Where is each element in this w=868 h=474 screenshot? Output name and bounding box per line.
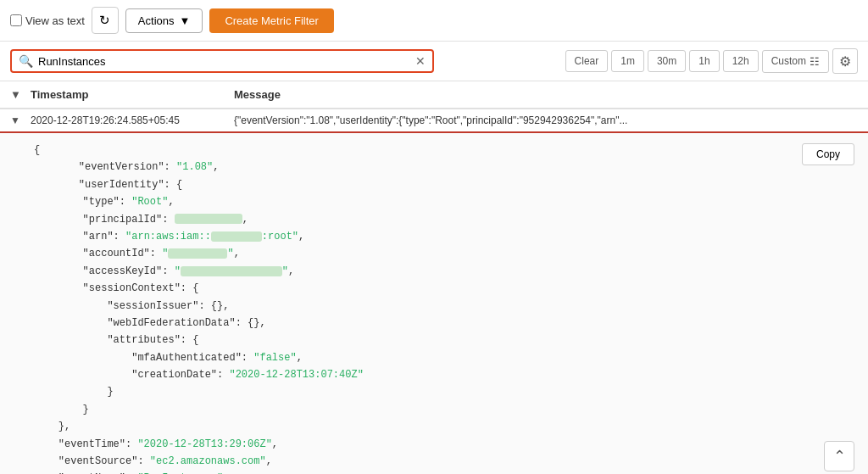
scroll-to-top-button[interactable]: ⌃	[824, 441, 854, 471]
json-content: { "eventVersion": "1.08", "userIdentity"…	[34, 142, 834, 474]
log-detail: Copy { "eventVersion": "1.08", "userIden…	[0, 133, 868, 474]
copy-button[interactable]: Copy	[802, 143, 854, 165]
12h-button[interactable]: 12h	[723, 50, 759, 72]
view-as-text-label[interactable]: View as text	[10, 14, 85, 27]
grid-icon: ☷	[810, 55, 820, 68]
log-row-summary[interactable]: ▼ 2020-12-28T19:26:24.585+05:45 {"eventV…	[0, 109, 868, 133]
message-header: Message	[234, 88, 281, 101]
custom-label: Custom	[771, 55, 806, 67]
actions-button[interactable]: Actions ▼	[125, 8, 203, 33]
create-metric-filter-button[interactable]: Create Metric Filter	[209, 8, 334, 33]
sort-toggle[interactable]: ▼	[10, 88, 31, 101]
expand-arrow[interactable]: ▼	[10, 114, 31, 126]
search-input-wrap: 🔍 ✕	[10, 49, 434, 73]
30m-button[interactable]: 30m	[648, 50, 686, 72]
chevron-down-icon: ▼	[180, 14, 191, 27]
gear-icon: ⚙	[839, 53, 851, 70]
timestamp-header: Timestamp	[31, 88, 234, 101]
view-as-text-checkbox[interactable]	[10, 14, 22, 26]
table-header: ▼ Timestamp Message	[0, 81, 868, 109]
1h-button[interactable]: 1h	[689, 50, 719, 72]
actions-label: Actions	[138, 14, 175, 27]
view-as-text-text: View as text	[25, 14, 85, 27]
toolbar: View as text ↻ Actions ▼ Create Metric F…	[0, 0, 868, 42]
search-input[interactable]	[38, 55, 410, 68]
refresh-button[interactable]: ↻	[92, 7, 119, 34]
log-message-preview: {"eventVersion":"1.08","userIdentity":{"…	[234, 114, 627, 126]
search-bar: 🔍 ✕ Clear 1m 30m 1h 12h Custom ☷ ⚙	[0, 42, 868, 81]
1m-button[interactable]: 1m	[611, 50, 644, 72]
log-entries: ▼ 2020-12-28T19:26:24.585+05:45 {"eventV…	[0, 109, 868, 474]
clear-time-button[interactable]: Clear	[565, 50, 609, 72]
custom-button[interactable]: Custom ☷	[762, 50, 829, 73]
clear-icon[interactable]: ✕	[415, 54, 426, 68]
log-timestamp: 2020-12-28T19:26:24.585+05:45	[31, 114, 234, 126]
settings-button[interactable]: ⚙	[832, 48, 858, 74]
search-icon: 🔍	[19, 54, 33, 68]
chevron-up-icon: ⌃	[833, 447, 846, 466]
time-controls: Clear 1m 30m 1h 12h Custom ☷ ⚙	[565, 48, 858, 74]
create-metric-label: Create Metric Filter	[225, 14, 319, 27]
